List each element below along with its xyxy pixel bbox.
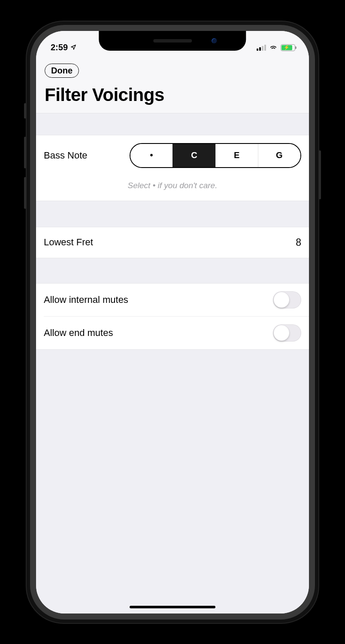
bass-note-label: Bass Note: [44, 150, 88, 161]
lowest-fret-value: 8: [296, 237, 301, 248]
bass-note-option-e[interactable]: E: [215, 144, 258, 167]
front-camera: [212, 38, 217, 43]
notch: [99, 31, 246, 51]
speaker-grille: [153, 39, 192, 43]
volume-down-button: [24, 177, 26, 209]
bass-note-hint: Select • if you don't care.: [36, 176, 309, 201]
status-time: 2:59: [51, 43, 68, 52]
empty-area: [36, 350, 309, 613]
toggle-knob: [274, 292, 289, 308]
lowest-fret-section: Lowest Fret 8: [36, 227, 309, 258]
screen: 2:59 ⚡ Done Filter Voicings: [36, 31, 309, 613]
allow-internal-mutes-toggle[interactable]: [273, 291, 301, 308]
bass-note-segmented[interactable]: • C E G: [130, 143, 301, 168]
phone-frame: 2:59 ⚡ Done Filter Voicings: [27, 21, 318, 623]
battery-icon: ⚡: [281, 44, 295, 51]
lowest-fret-row[interactable]: Lowest Fret 8: [36, 227, 309, 258]
page-title: Filter Voicings: [45, 85, 300, 105]
wifi-icon: [269, 43, 278, 52]
allow-end-mutes-toggle[interactable]: [273, 324, 301, 342]
allow-end-mutes-row: Allow end mutes: [44, 316, 309, 349]
cellular-icon: [257, 45, 266, 51]
bass-note-option-c[interactable]: C: [172, 144, 215, 167]
section-spacer: [36, 201, 309, 227]
home-indicator[interactable]: [130, 606, 215, 608]
allow-internal-mutes-label: Allow internal mutes: [44, 294, 128, 305]
done-button[interactable]: Done: [45, 64, 79, 78]
volume-up-button: [24, 137, 26, 168]
section-spacer: [36, 258, 309, 283]
section-spacer: [36, 113, 309, 135]
allow-end-mutes-label: Allow end mutes: [44, 327, 113, 339]
bass-note-row: Bass Note • C E G: [36, 135, 309, 176]
bass-note-option-g[interactable]: G: [258, 144, 300, 167]
silence-switch: [24, 103, 26, 119]
allow-internal-mutes-row: Allow internal mutes: [36, 284, 309, 316]
location-icon: [70, 43, 76, 52]
mutes-section: Allow internal mutes Allow end mutes: [36, 283, 309, 350]
bass-note-option-any[interactable]: •: [130, 144, 172, 167]
toggle-knob: [274, 325, 289, 341]
bass-note-section: Bass Note • C E G Select • if you don't …: [36, 135, 309, 201]
nav-bar: Done Filter Voicings: [36, 56, 309, 113]
power-button: [319, 150, 321, 199]
lowest-fret-label: Lowest Fret: [44, 237, 93, 248]
